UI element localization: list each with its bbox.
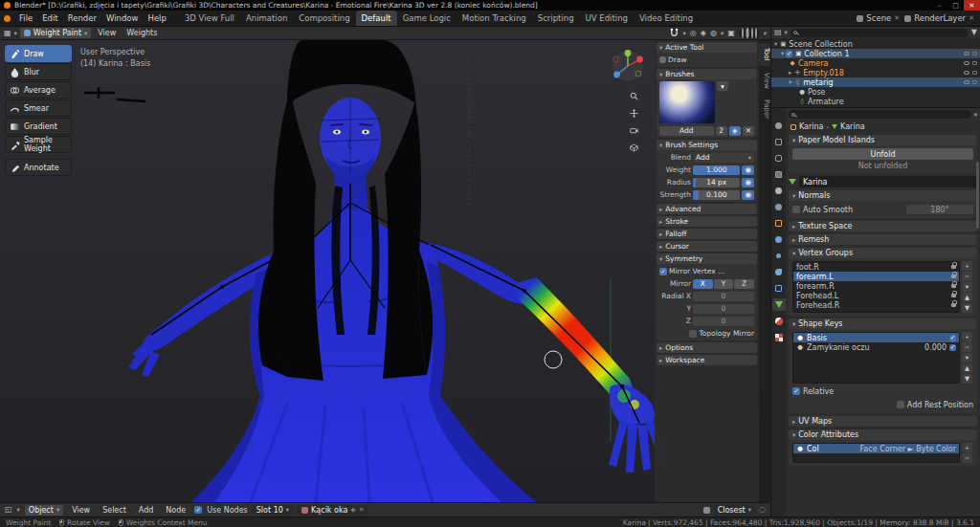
blend-dropdown[interactable]: Add▾ — [693, 153, 754, 163]
add-vgroup-button[interactable]: ＋ — [962, 261, 972, 271]
vgroup-row-forearm-r[interactable]: forearm.R — [793, 281, 959, 291]
menu-help[interactable]: Help — [143, 13, 170, 23]
image-icon[interactable] — [703, 507, 710, 514]
normals-header[interactable]: ▾ Normals — [789, 190, 977, 201]
node-menu-add[interactable]: Add — [135, 506, 158, 515]
outliner-row-metarig[interactable]: ▾ ◊ metarig — [771, 77, 980, 87]
filter-caret-icon[interactable]: ▾ — [974, 111, 977, 119]
vgroup-row-forehead-l[interactable]: Forehead.L — [793, 291, 959, 300]
editor-type-icon[interactable]: ▦ — [4, 30, 11, 37]
sidebar-tab-view[interactable]: View — [759, 68, 770, 94]
workspace-tab-default[interactable]: Default — [356, 11, 397, 26]
disable-render-icon[interactable] — [972, 80, 977, 84]
brush-name-field[interactable]: Add — [659, 126, 714, 136]
auto-smooth-angle-field[interactable]: 180° — [906, 205, 973, 214]
sidebar-tab-tool[interactable]: Tool — [759, 43, 770, 66]
tab-render[interactable] — [772, 136, 786, 148]
lock-icon[interactable] — [951, 294, 956, 297]
close-button[interactable]: ✕ — [964, 0, 980, 11]
tab-texture[interactable] — [772, 331, 786, 343]
tab-constraints[interactable] — [772, 282, 786, 295]
zoom-icon[interactable] — [628, 90, 640, 102]
tool-gradient[interactable]: Gradient — [5, 118, 72, 135]
overlays-icon[interactable]: ◍ — [710, 30, 717, 37]
breadcrumb-object-name[interactable]: Karina — [799, 122, 824, 131]
magnet-snap-icon[interactable] — [669, 28, 679, 38]
hide-viewport-icon[interactable] — [964, 61, 969, 65]
scene-selector[interactable]: Scene ✕ — [857, 13, 900, 23]
falloff-panel-header[interactable]: ▸Falloff — [657, 229, 757, 239]
xray-icon[interactable]: ▣ — [727, 30, 735, 37]
strength-slider[interactable]: 0.100 — [693, 190, 740, 200]
display-mode-caret-icon[interactable]: ▾ — [785, 29, 788, 36]
workspace-tab-game-logic[interactable]: Game Logic — [397, 11, 457, 26]
move-vgroup-up-button[interactable]: ▲ — [962, 293, 972, 302]
mode-selector[interactable]: Weight Paint ▾ — [20, 28, 91, 38]
hide-viewport-icon[interactable] — [964, 80, 969, 84]
visibility-toggle-icon[interactable]: ◈ — [701, 30, 706, 37]
tab-scene[interactable] — [772, 185, 786, 197]
editor-type-icon[interactable]: ◱ — [5, 506, 12, 514]
colorattr-row-col[interactable]: ● Col Face Corner ► Byte Color — [793, 444, 959, 453]
viewlayer-selector[interactable]: RenderLayer ✕ — [904, 13, 974, 23]
tool-draw[interactable]: Draw — [5, 45, 72, 62]
fake-user-shield-icon[interactable]: ◈ — [729, 126, 741, 136]
advanced-panel-header[interactable]: ▸Advanced — [657, 204, 757, 214]
menu-render[interactable]: Render — [63, 13, 101, 23]
node-menu-select[interactable]: Select — [99, 506, 130, 515]
viewport-menu-view[interactable]: View — [94, 29, 120, 37]
shapekey-mute-checkbox[interactable]: ✓ — [949, 344, 956, 351]
hide-viewport-icon[interactable] — [964, 52, 969, 55]
brush-browse-caret-icon[interactable]: ▾ — [717, 81, 728, 91]
move-shapekey-up-button[interactable]: ▲ — [962, 363, 972, 373]
workspace-tab-uv-editing[interactable]: UV Editing — [580, 11, 634, 26]
minimize-button[interactable]: – — [931, 0, 947, 11]
node-menu-node[interactable]: Node — [162, 506, 189, 515]
disable-render-icon[interactable] — [972, 61, 977, 65]
texture-datablock[interactable]: Kącik oka ◈ ✕ — [298, 505, 368, 516]
mirror-z-button[interactable]: Z — [734, 279, 754, 289]
use-nodes-checkbox[interactable]: ✓ — [194, 506, 202, 514]
collection-checkbox[interactable]: ✓ — [786, 51, 792, 57]
pin-icon[interactable]: ◌ — [759, 506, 766, 514]
tab-physics[interactable] — [772, 266, 786, 278]
brushes-panel-header[interactable]: ▾ Brushes — [657, 69, 757, 79]
topology-mirror-checkbox[interactable] — [689, 330, 697, 338]
color-attributes-header[interactable]: ▾ Color Attributes — [789, 429, 977, 440]
disable-render-icon[interactable] — [972, 71, 977, 75]
workspace-panel-header[interactable]: ▸Workspace — [657, 355, 757, 365]
scene-unlink-icon[interactable]: ✕ — [894, 14, 900, 22]
sidebar-tab-paper[interactable]: Paper — [759, 95, 770, 123]
expand-caret-icon[interactable]: ▸ — [789, 69, 791, 77]
shading-wireframe-button[interactable] — [742, 29, 744, 37]
outliner-row-pose[interactable]: ● Pose — [771, 87, 980, 97]
viewport-3d[interactable]: Draw Blur Average Smear — [0, 40, 770, 502]
camera-view-icon[interactable] — [628, 124, 640, 137]
tab-tool[interactable] — [772, 120, 786, 132]
proportional-edit-icon[interactable]: ◎ — [690, 30, 697, 37]
outliner-display-mode-icon[interactable]: ▤ — [774, 29, 782, 36]
paper-model-header[interactable]: ▾ Paper Model Islands — [789, 135, 977, 145]
radial-y-field[interactable]: 0 — [693, 304, 754, 314]
unfold-button[interactable]: Unfold — [792, 148, 973, 160]
add-colorattr-button[interactable]: ＋ — [962, 443, 972, 452]
editor-type-caret-icon[interactable]: ▾ — [14, 30, 17, 37]
tab-modifiers[interactable] — [772, 233, 786, 246]
workspace-tab-animation[interactable]: Animation — [240, 11, 293, 26]
expand-caret-icon[interactable]: ▾ — [774, 40, 777, 48]
expand-caret-icon[interactable]: ▾ — [789, 78, 791, 86]
options-panel-header[interactable]: ▸Options — [657, 342, 757, 353]
toggle-ortho-icon[interactable] — [628, 142, 640, 154]
breadcrumb-data-name[interactable]: Karina — [840, 122, 865, 131]
snap-caret-icon[interactable]: ▾ — [683, 30, 686, 37]
tool-blur[interactable]: Blur — [5, 63, 72, 80]
tab-material[interactable] — [772, 315, 786, 327]
unlink-brush-icon[interactable]: ✕ — [743, 126, 754, 136]
radial-z-field[interactable]: 0 — [693, 317, 754, 326]
brush-users-count[interactable]: 2 — [716, 126, 727, 136]
menu-edit[interactable]: Edit — [37, 13, 62, 23]
lock-icon[interactable] — [951, 284, 956, 288]
unlink-texture-icon[interactable]: ✕ — [359, 506, 365, 514]
vgroup-row-forearm-l[interactable]: forearm.L — [793, 272, 959, 281]
shader-type-dropdown[interactable]: Object ▾ — [25, 505, 63, 516]
